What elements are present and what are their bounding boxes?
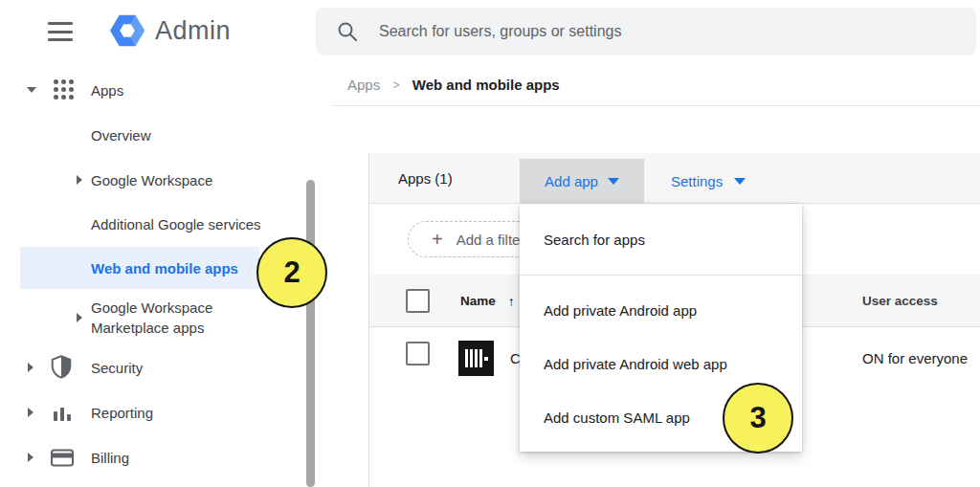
sidebar-item-web-and-mobile-apps[interactable]: Web and mobile apps [20, 247, 259, 289]
sidebar-item-label: Google Workspace [91, 172, 212, 188]
apps-toolbar: Apps (1) Add app Settings [369, 153, 980, 204]
sidebar-item-security[interactable]: Security [0, 356, 306, 379]
apps-count-label: Apps (1) [398, 153, 453, 204]
sidebar-item-marketplace-apps[interactable]: Google Workspace Marketplace apps [0, 297, 306, 339]
caret-right-icon [77, 313, 82, 322]
caret-right-icon [28, 408, 33, 417]
header-divider [333, 105, 980, 106]
settings-button-label: Settings [671, 173, 723, 189]
add-filter-label: Add a filter [457, 232, 525, 248]
sidebar-item-overview[interactable]: Overview [0, 123, 306, 146]
breadcrumb-apps-link[interactable]: Apps [347, 77, 380, 93]
add-app-button[interactable]: Add app [520, 159, 644, 204]
row-checkbox[interactable] [406, 342, 430, 365]
search-input[interactable] [316, 8, 976, 55]
hamburger-bar [48, 31, 73, 33]
settings-button[interactable]: Settings [661, 159, 755, 204]
product-title: Admin [155, 16, 231, 46]
sidebar-item-reporting[interactable]: Reporting [0, 401, 306, 424]
admin-console-screen: Admin Apps Overview Google Workspace Add… [0, 0, 980, 487]
breadcrumb: Apps > Web and mobile apps [347, 77, 560, 93]
caret-down-icon [27, 87, 36, 93]
add-app-button-label: Add app [545, 173, 598, 189]
select-all-checkbox[interactable] [406, 289, 430, 313]
app-logo-icon [458, 341, 494, 376]
sidebar-scrollbar[interactable] [306, 180, 315, 487]
sidebar-item-label: Reporting [91, 405, 153, 421]
sidebar-item-label: Overview [91, 127, 151, 144]
admin-hexagon-icon [109, 12, 145, 49]
caret-right-icon [28, 453, 33, 462]
sidebar-item-label: Google Workspace Marketplace apps [91, 298, 261, 338]
global-search-bar [316, 8, 976, 55]
breadcrumb-current-page: Web and mobile apps [412, 77, 560, 93]
bar-chart-icon [53, 403, 72, 422]
sidebar-item-google-workspace[interactable]: Google Workspace [0, 168, 306, 191]
user-access-cell: ON for everyone [862, 327, 968, 389]
sidebar-item-additional-google-services[interactable]: Additional Google services [0, 212, 306, 235]
step-3-annotation: 3 [723, 383, 793, 454]
name-column-label: Name [460, 294, 496, 308]
sidebar-item-label: Web and mobile apps [91, 260, 238, 277]
sidebar-item-label: Additional Google services [91, 216, 261, 232]
caret-down-icon [608, 178, 619, 185]
user-access-column-label: User access [862, 294, 938, 308]
sidebar-item-label: Billing [91, 450, 129, 466]
credit-card-icon [51, 449, 74, 467]
caret-down-icon [734, 178, 746, 185]
sidebar-item-label: Apps [91, 82, 123, 99]
sidebar-item-billing[interactable]: Billing [0, 446, 306, 469]
google-admin-logo[interactable]: Admin [109, 12, 231, 49]
name-column-header[interactable]: Name ↑ [460, 275, 515, 327]
sort-ascending-icon: ↑ [508, 294, 515, 309]
menu-item-search-for-apps[interactable]: Search for apps [520, 204, 802, 275]
caret-right-icon [28, 363, 33, 372]
sidebar-item-label: Security [91, 360, 143, 376]
breadcrumb-separator: > [392, 77, 400, 92]
user-access-column-header[interactable]: User access [862, 275, 938, 327]
step-2-annotation: 2 [256, 237, 327, 308]
hamburger-bar [48, 22, 73, 25]
caret-right-icon [77, 175, 82, 185]
sidebar-item-apps[interactable]: Apps [0, 78, 306, 101]
apps-grid-icon [54, 79, 74, 100]
plus-icon: + [432, 229, 443, 251]
shield-icon [51, 355, 72, 379]
hamburger-menu-button[interactable] [48, 22, 73, 41]
hamburger-bar [48, 38, 73, 41]
menu-item-add-private-android-app[interactable]: Add private Android app [520, 283, 802, 337]
